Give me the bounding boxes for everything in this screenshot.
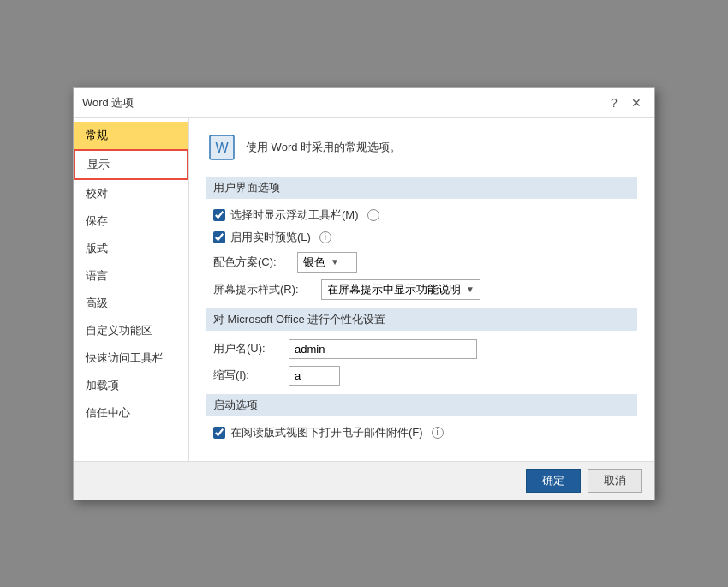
word-options-dialog: Word 选项 ? ✕ 常规显示校对保存版式语言高级自定义功能区快速访问工具栏加… [73,87,655,500]
header-description: 使用 Word 时采用的常规选项。 [246,140,401,155]
checkbox-live-preview-row: 启用实时预览(L) i [206,230,637,245]
personalize-section: 对 Microsoft Office 进行个性化设置 用户名(U): 缩写(I)… [206,308,637,386]
help-button[interactable]: ? [605,93,624,112]
word-options-icon: W [206,132,237,163]
startup-section: 启动选项 在阅读版式视图下打开电子邮件附件(F) i [206,394,637,440]
dialog-footer: 确定 取消 [74,461,654,500]
color-scheme-label: 配色方案(C): [213,255,290,270]
dialog-title: Word 选项 [82,95,134,111]
sidebar-item-display[interactable]: 显示 [74,149,188,180]
color-scheme-value: 银色 [303,255,325,270]
sidebar-item-qat[interactable]: 快速访问工具栏 [74,344,188,372]
checkbox-floating-toolbar-row: 选择时显示浮动工具栏(M) i [206,207,637,223]
info-icon-1[interactable]: i [367,209,379,221]
cancel-button[interactable]: 取消 [588,469,642,493]
title-bar-buttons: ? ✕ [605,93,646,112]
content-area: W 使用 Word 时采用的常规选项。 用户界面选项 选择时显示浮动工具栏(M)… [189,118,654,461]
screen-tip-dropdown[interactable]: 在屏幕提示中显示功能说明 ▼ [321,279,480,300]
checkbox-floating-toolbar-label[interactable]: 选择时显示浮动工具栏(M) i [213,207,379,223]
checkbox-live-preview[interactable] [213,231,225,243]
screen-tip-value: 在屏幕提示中显示功能说明 [327,282,461,297]
sidebar-item-format[interactable]: 版式 [74,235,188,262]
svg-text:W: W [215,141,229,155]
title-bar: Word 选项 ? ✕ [74,88,654,118]
screen-tip-arrow: ▼ [466,285,474,294]
content-header: W 使用 Word 时采用的常规选项。 [206,132,637,163]
sidebar-item-general[interactable]: 常规 [74,122,188,149]
dialog-body: 常规显示校对保存版式语言高级自定义功能区快速访问工具栏加载项信任中心 W 使用 … [74,118,654,461]
info-icon-3[interactable]: i [432,427,444,439]
color-scheme-arrow: ▼ [331,257,339,267]
confirm-button[interactable]: 确定 [526,469,581,493]
sidebar: 常规显示校对保存版式语言高级自定义功能区快速访问工具栏加载项信任中心 [74,118,189,461]
close-button[interactable]: ✕ [627,93,646,112]
screen-tip-label: 屏幕提示样式(R): [213,282,314,297]
checkbox-live-preview-label[interactable]: 启用实时预览(L) i [213,230,331,245]
username-input[interactable] [289,339,477,359]
username-row: 用户名(U): [206,339,637,359]
color-scheme-dropdown[interactable]: 银色 ▼ [297,252,357,273]
screen-tip-row: 屏幕提示样式(R): 在屏幕提示中显示功能说明 ▼ [206,279,637,300]
ui-section-title: 用户界面选项 [206,177,637,199]
info-icon-2[interactable]: i [319,231,331,243]
startup-section-title: 启动选项 [206,394,637,416]
startup-checkbox[interactable] [213,427,225,439]
startup-checkbox-label[interactable]: 在阅读版式视图下打开电子邮件附件(F) i [213,425,444,440]
sidebar-item-addins[interactable]: 加载项 [74,372,188,399]
sidebar-item-trust[interactable]: 信任中心 [74,399,188,427]
initials-row: 缩写(I): [206,366,637,386]
checkbox-floating-toolbar[interactable] [213,209,225,221]
color-scheme-row: 配色方案(C): 银色 ▼ [206,252,637,273]
sidebar-item-language[interactable]: 语言 [74,262,188,290]
sidebar-item-proofing[interactable]: 校对 [74,180,188,207]
sidebar-item-save[interactable]: 保存 [74,207,188,235]
initials-input[interactable] [289,366,340,386]
sidebar-item-ribbon[interactable]: 自定义功能区 [74,317,188,344]
personalize-section-title: 对 Microsoft Office 进行个性化设置 [206,308,637,331]
initials-label: 缩写(I): [213,368,282,383]
sidebar-item-advanced[interactable]: 高级 [74,290,188,317]
username-label: 用户名(U): [213,341,282,356]
startup-checkbox-row: 在阅读版式视图下打开电子邮件附件(F) i [206,425,637,440]
